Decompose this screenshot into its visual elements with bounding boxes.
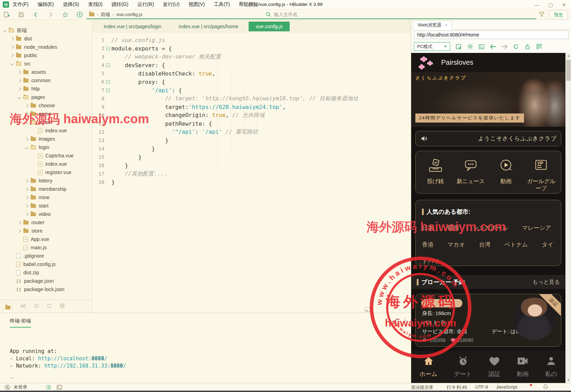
tree-item[interactable]: ·.gitignore bbox=[0, 252, 92, 260]
fold-collapse-icon[interactable]: − bbox=[106, 88, 110, 92]
syntax-hints-label[interactable]: 语法提示库 bbox=[411, 384, 433, 391]
tree-item[interactable]: mine bbox=[0, 193, 92, 202]
tree-item[interactable]: lottery bbox=[0, 177, 92, 185]
editor-tab[interactable]: index.vue | src/pages/login bbox=[97, 22, 169, 31]
file-search-input[interactable] bbox=[274, 12, 497, 17]
hero-banner[interactable]: さくらふぶきクラブ 24時間デリヘルサービスを提供いたします bbox=[411, 72, 565, 127]
tree-item[interactable]: node_modules bbox=[0, 43, 92, 51]
site-menu-item[interactable]: 新ニュース bbox=[454, 157, 487, 185]
tree-item[interactable]: http bbox=[0, 85, 92, 93]
breadcrumb-file[interactable]: vue.config.js bbox=[116, 12, 142, 17]
tree-item[interactable]: choose bbox=[0, 101, 92, 110]
nav-item-認証[interactable]: 認証 bbox=[488, 356, 500, 378]
city-link[interactable]: シンガポール bbox=[473, 224, 508, 232]
menu-item[interactable]: 查找(I) bbox=[88, 1, 102, 8]
terminal-icon[interactable] bbox=[57, 385, 62, 390]
editor-tab[interactable]: vue.config.js bbox=[249, 22, 290, 31]
breadcrumb-project[interactable]: 前端 bbox=[101, 11, 110, 18]
tree-item[interactable]: [ ]package-lock.json bbox=[0, 285, 92, 293]
tree-item[interactable]: login bbox=[0, 143, 92, 151]
binoculars-icon[interactable] bbox=[20, 303, 26, 309]
tree-item[interactable]: Jbabel.config.js bbox=[0, 260, 92, 268]
fold-marker[interactable]: − bbox=[104, 63, 111, 67]
tree-item[interactable]: src bbox=[0, 60, 92, 68]
back-icon[interactable] bbox=[490, 44, 496, 50]
fold-collapse-icon[interactable]: − bbox=[106, 80, 110, 84]
menu-item[interactable]: 发行(U) bbox=[163, 1, 179, 8]
nav-item-動画[interactable]: 動画 bbox=[517, 356, 529, 378]
tree-item[interactable]: common bbox=[0, 76, 92, 85]
site-menu-item[interactable]: 投げ銭 bbox=[419, 157, 452, 185]
console-icon[interactable] bbox=[478, 44, 485, 50]
bug-icon[interactable] bbox=[34, 303, 39, 310]
tree-item[interactable]: assets bbox=[0, 68, 92, 76]
tree-item[interactable]: home bbox=[0, 118, 92, 126]
list-icon[interactable] bbox=[46, 385, 51, 390]
escort-profile-card[interactable]: 身長: 166cm バスト: D サービス都市: 全国 デート: はい 1320… bbox=[415, 294, 561, 347]
terminal-tab[interactable]: 终端-前端 bbox=[10, 318, 31, 328]
menu-item[interactable]: 选择(S) bbox=[63, 1, 79, 8]
bell-icon[interactable] bbox=[543, 384, 548, 390]
close-terminal-icon[interactable]: ✕ bbox=[395, 317, 399, 322]
tree-item[interactable]: video bbox=[0, 210, 92, 218]
fold-marker[interactable]: − bbox=[104, 80, 111, 84]
site-menu-item[interactable]: VIPガールグループ bbox=[524, 157, 558, 192]
scrollbar-thumb[interactable] bbox=[566, 60, 571, 81]
site-brand[interactable]: Pairsloves bbox=[441, 58, 473, 66]
nav-item-デート[interactable]: デート bbox=[454, 356, 472, 378]
filter-icon[interactable] bbox=[539, 11, 545, 18]
fold-collapse-icon[interactable]: − bbox=[106, 63, 110, 67]
sync-icon[interactable] bbox=[47, 303, 52, 310]
tree-item[interactable]: Vindex.vue bbox=[0, 160, 92, 168]
scroll-up-icon[interactable]: ▲ bbox=[565, 53, 571, 58]
login-status[interactable]: 未登录 bbox=[14, 384, 27, 390]
nav-item-私の[interactable]: 私の bbox=[545, 356, 557, 378]
menu-item[interactable]: 帮助(Y) bbox=[239, 1, 255, 8]
tree-item[interactable]: dist bbox=[0, 34, 92, 43]
menu-item[interactable]: 视图(V) bbox=[189, 1, 205, 8]
tree-item[interactable]: router bbox=[0, 218, 92, 227]
lock-icon[interactable] bbox=[524, 44, 531, 50]
open-external-icon[interactable] bbox=[455, 44, 462, 50]
tree-item[interactable]: ·dist.zip bbox=[0, 268, 92, 277]
qr-code-icon[interactable] bbox=[536, 44, 542, 50]
code-area[interactable]: 1// vue.config.js2−module.exports = {3 /… bbox=[93, 33, 411, 313]
back-button[interactable] bbox=[33, 11, 39, 18]
language-label[interactable]: JavaScript bbox=[496, 384, 517, 390]
device-mode-select[interactable]: PC模式 ▼ bbox=[414, 42, 450, 51]
menu-item[interactable]: 文件(F) bbox=[13, 1, 29, 8]
fold-collapse-icon[interactable]: − bbox=[106, 47, 110, 50]
city-link[interactable]: 台湾 bbox=[479, 241, 491, 249]
tree-item[interactable]: VApp.vue bbox=[0, 235, 92, 243]
scroll-to-bottom-icon[interactable]: ⤓ bbox=[404, 317, 406, 322]
city-link[interactable]: 韓国 bbox=[447, 224, 459, 232]
refresh-icon[interactable] bbox=[513, 44, 519, 50]
image-icon[interactable] bbox=[365, 307, 370, 312]
site-menu-item[interactable]: 動画 bbox=[489, 157, 523, 185]
url-input[interactable] bbox=[414, 31, 569, 39]
tree-item[interactable]: 前端 bbox=[0, 26, 92, 34]
tree-item[interactable]: game bbox=[0, 110, 92, 118]
tree-item[interactable]: pages bbox=[0, 93, 92, 101]
city-link[interactable]: ドバイ bbox=[422, 258, 440, 265]
city-link[interactable]: マレーシア bbox=[522, 224, 551, 232]
city-link[interactable]: タイ bbox=[542, 241, 554, 249]
cursor-position[interactable]: 行:9 列:45 bbox=[447, 384, 467, 391]
editor-tab[interactable]: index.vue | src/pages/home bbox=[172, 22, 245, 31]
menu-item[interactable]: 运行(R) bbox=[138, 1, 154, 8]
city-link[interactable]: ベトナム bbox=[504, 241, 528, 249]
menu-item[interactable]: 编辑(E) bbox=[38, 1, 54, 8]
tree-item[interactable]: start bbox=[0, 202, 92, 210]
encoding-label[interactable]: UTF-8 bbox=[475, 384, 488, 390]
nav-item-ホーム[interactable]: ホーム bbox=[420, 356, 438, 378]
tree-item[interactable]: VCaptcha.vue bbox=[0, 151, 92, 160]
city-link[interactable]: 香港 bbox=[422, 241, 433, 249]
collapse-icon[interactable]: ⌃ bbox=[386, 317, 390, 322]
fold-marker[interactable]: − bbox=[104, 88, 111, 92]
city-link[interactable]: 日本 bbox=[422, 224, 433, 232]
menu-item[interactable]: 跳转(G) bbox=[111, 1, 128, 8]
tree-item[interactable]: membership bbox=[0, 185, 92, 193]
maximize-button[interactable]: ▢ bbox=[548, 2, 553, 8]
globe-icon[interactable] bbox=[60, 303, 65, 310]
see-more-link[interactable]: もっと見る bbox=[532, 279, 560, 286]
